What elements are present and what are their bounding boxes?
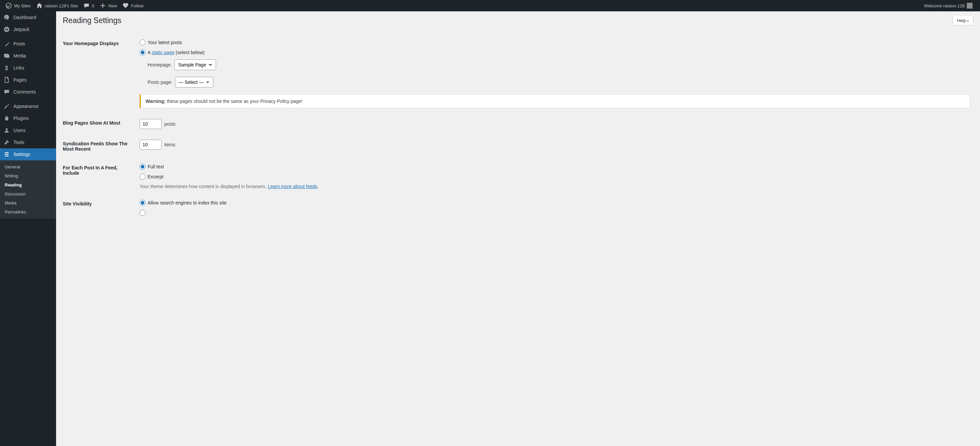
radio-static-page[interactable] bbox=[140, 49, 146, 56]
radio-full-text[interactable] bbox=[140, 164, 146, 170]
radio-latest-posts[interactable] bbox=[140, 40, 146, 45]
radio-discourage-search[interactable] bbox=[140, 210, 146, 216]
sidebar-item-jetpack[interactable]: Jetpack bbox=[0, 23, 56, 35]
comments-count: 0 bbox=[92, 3, 94, 8]
radio-excerpt-label: Excerpt bbox=[148, 174, 163, 179]
radio-excerpt[interactable] bbox=[140, 174, 146, 180]
svg-point-2 bbox=[6, 128, 8, 130]
follow-label: Follow bbox=[131, 3, 143, 8]
radio-full-text-label: Full text bbox=[148, 164, 164, 169]
sidebar-item-posts[interactable]: Posts bbox=[0, 38, 56, 50]
page-title: Reading Settings bbox=[63, 16, 121, 25]
my-sites-label: My Sites bbox=[14, 3, 31, 8]
blog-pages-suffix: posts bbox=[164, 121, 175, 127]
site-name-label: ralston.128's Site bbox=[45, 3, 78, 8]
sidebar-item-media[interactable]: Media bbox=[0, 50, 56, 62]
sidebar-item-comments[interactable]: Comments bbox=[0, 86, 56, 98]
settings-icon bbox=[3, 151, 10, 158]
svg-point-1 bbox=[4, 27, 10, 32]
sidebar-item-pages[interactable]: Pages bbox=[0, 74, 56, 86]
sidebar-item-dashboard[interactable]: Dashboard bbox=[0, 11, 56, 23]
submenu-discussion[interactable]: Discussion bbox=[0, 190, 56, 198]
new-content-menu[interactable]: New bbox=[97, 0, 119, 11]
radio-static-page-label: A static page (select below) bbox=[148, 50, 204, 55]
pages-icon bbox=[3, 76, 10, 83]
sidebar-item-links[interactable]: Links bbox=[0, 62, 56, 74]
links-icon bbox=[3, 64, 10, 71]
posts-page-select-label: Posts page: bbox=[148, 80, 172, 85]
tools-icon bbox=[3, 139, 10, 146]
users-icon bbox=[3, 127, 10, 134]
comments-menu[interactable]: 0 bbox=[81, 0, 97, 11]
submenu-writing[interactable]: Writing bbox=[0, 171, 56, 180]
home-icon bbox=[36, 2, 43, 9]
sidebar-item-plugins[interactable]: Plugins bbox=[0, 112, 56, 124]
visibility-label: Site Visibility bbox=[63, 194, 136, 221]
heart-icon bbox=[122, 2, 129, 9]
submenu-permalinks[interactable]: Permalinks bbox=[0, 207, 56, 217]
plus-icon bbox=[100, 2, 106, 9]
site-name-menu[interactable]: ralston.128's Site bbox=[33, 0, 81, 11]
feeds-suffix: items bbox=[164, 142, 175, 147]
homepage-select-label: Homepage: bbox=[148, 62, 172, 67]
sidebar-item-users[interactable]: Users bbox=[0, 124, 56, 136]
submenu-media[interactable]: Media bbox=[0, 198, 56, 207]
dashboard-icon bbox=[3, 14, 10, 21]
media-icon bbox=[3, 53, 10, 59]
my-account-menu[interactable]: Welcome ralston.128 bbox=[921, 0, 975, 11]
static-page-link[interactable]: static page bbox=[151, 50, 174, 55]
avatar bbox=[967, 3, 973, 9]
feed-include-label: For Each Post In A Feed, Include bbox=[63, 158, 136, 194]
sidebar-item-tools[interactable]: Tools bbox=[0, 136, 56, 148]
radio-latest-posts-label: Your latest posts bbox=[148, 40, 182, 45]
admin-sidebar: Dashboard Jetpack Posts Media Links Page… bbox=[0, 11, 56, 446]
radio-allow-search[interactable] bbox=[140, 200, 146, 206]
new-label: New bbox=[108, 3, 117, 8]
submenu-general[interactable]: General bbox=[0, 162, 56, 171]
wordpress-icon bbox=[5, 2, 12, 9]
jetpack-icon bbox=[3, 26, 10, 33]
learn-more-feeds-link[interactable]: Learn more about feeds bbox=[268, 184, 318, 189]
radio-allow-search-label: Allow search engines to index this site bbox=[148, 200, 227, 205]
homepage-displays-label: Your Homepage Displays bbox=[63, 34, 136, 113]
welcome-label: Welcome ralston.128 bbox=[924, 3, 965, 8]
feed-description: Your theme determines how content is dis… bbox=[140, 184, 970, 189]
blog-pages-label: Blog Pages Show At Most bbox=[63, 113, 136, 134]
comment-icon bbox=[83, 2, 90, 9]
follow-menu[interactable]: Follow bbox=[119, 0, 146, 11]
my-sites-menu[interactable]: My Sites bbox=[3, 0, 33, 11]
appearance-icon bbox=[3, 103, 10, 110]
homepage-select[interactable]: Sample Page bbox=[174, 59, 216, 70]
warning-notice: Warning: these pages should not be the s… bbox=[140, 94, 970, 108]
blog-pages-input[interactable] bbox=[140, 119, 162, 129]
content-wrap: Reading Settings Help Your Homepage Disp… bbox=[56, 11, 980, 446]
comments-icon bbox=[3, 89, 10, 95]
sidebar-item-appearance[interactable]: Appearance bbox=[0, 100, 56, 112]
feeds-input[interactable] bbox=[140, 140, 162, 150]
pin-icon bbox=[3, 40, 10, 47]
settings-submenu: General Writing Reading Discussion Media… bbox=[0, 160, 56, 218]
submenu-reading[interactable]: Reading bbox=[0, 180, 56, 190]
admin-toolbar: My Sites ralston.128's Site 0 New Follow… bbox=[0, 0, 980, 11]
feeds-label: Syndication Feeds Show The Most Recent bbox=[63, 134, 136, 158]
posts-page-select[interactable]: — Select — bbox=[175, 77, 213, 88]
help-tab[interactable]: Help bbox=[953, 16, 973, 25]
plugins-icon bbox=[3, 115, 10, 122]
sidebar-item-settings[interactable]: Settings bbox=[0, 148, 56, 160]
